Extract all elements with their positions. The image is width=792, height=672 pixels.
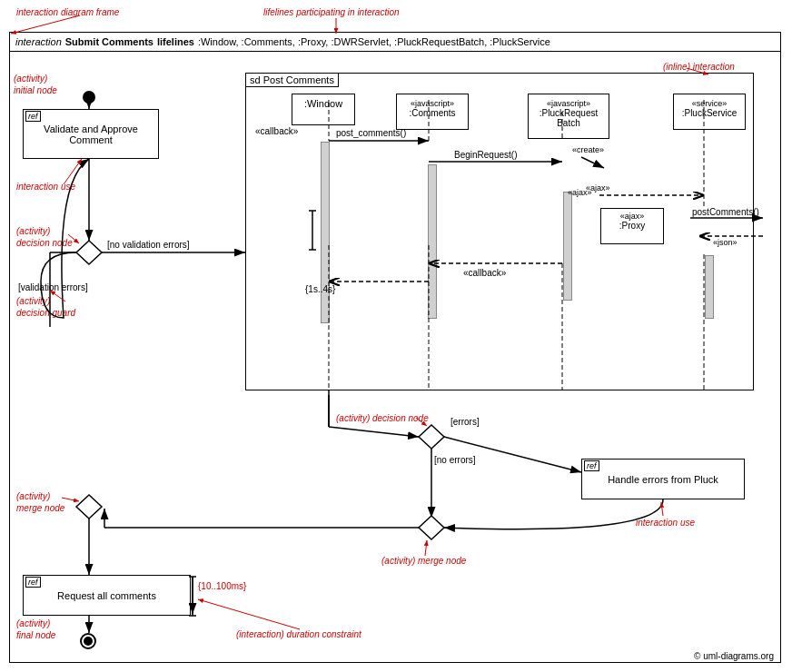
- request-ref-box: ref Request all comments: [23, 575, 191, 616]
- annot-decision-guard: (activity)decision guard: [16, 295, 75, 319]
- handle-errors-ref-box: ref Handle errors from Pluck: [581, 459, 745, 499]
- lifeline-comments-stereotype: «javascript»: [411, 99, 454, 108]
- annot-interaction-use-2: interaction use: [636, 518, 695, 528]
- activation-bar-pluck-batch: [563, 192, 572, 301]
- ref-label-errors: ref: [584, 460, 599, 471]
- sd-label: sd Post Comments: [246, 74, 339, 87]
- diagram-container: interaction Submit Comments lifelines :W…: [0, 0, 792, 672]
- proxy-box: «ajax» :Proxy: [600, 208, 664, 244]
- lifelines-keyword: lifelines: [157, 36, 194, 47]
- annot-activity-decision-node-1: (activity)decision node: [16, 225, 73, 249]
- annot-merge-node-2: (activity) merge node: [381, 556, 466, 566]
- validate-ref-text: Validate and Approve Comment: [24, 124, 158, 145]
- annot-interaction-use-1: interaction use: [16, 182, 75, 192]
- handle-errors-ref-text: Handle errors from Pluck: [608, 474, 718, 485]
- annot-inline-interaction: (inline) interaction: [663, 62, 735, 72]
- initial-node: [83, 91, 95, 104]
- annot-lifelines-participating: lifelines participating in interaction: [263, 7, 400, 17]
- lifeline-pluck-service-stereotype: «service»: [692, 99, 728, 108]
- lifeline-comments-text: :Comments: [409, 108, 455, 118]
- ref-label-validate: ref: [25, 111, 41, 122]
- lifeline-pluck-batch-text: :PluckRequestBatch: [540, 108, 598, 128]
- annot-merge-node-1: (activity)merge node: [16, 490, 64, 514]
- final-node: [80, 633, 96, 649]
- proxy-text: :Proxy: [619, 221, 645, 231]
- header-title: Submit Comments: [65, 36, 153, 47]
- activation-bar-pluck-service: [705, 255, 714, 319]
- interaction-keyword: interaction: [15, 36, 62, 47]
- lifeline-pluck-service-text: :PluckService: [682, 108, 738, 118]
- copyright: © uml-diagrams.org: [694, 651, 774, 661]
- annot-interaction-diagram-frame: interaction diagram frame: [16, 7, 119, 17]
- lifeline-window-text: :Window: [304, 98, 342, 109]
- duration-constraint-request: {10..100ms}: [198, 581, 246, 591]
- activation-bar-comments: [428, 164, 437, 319]
- final-node-inner: [84, 637, 93, 646]
- proxy-stereotype: «ajax»: [620, 212, 645, 221]
- annot-final-node: (activity)final node: [16, 618, 55, 641]
- sd-frame: sd Post Comments :Window «javascript» :C…: [245, 73, 754, 390]
- lifeline-pluck-batch-stereotype: «javascript»: [547, 99, 590, 108]
- activation-bar-window: [321, 142, 330, 323]
- lifeline-window: :Window: [292, 94, 355, 125]
- lifeline-pluck-batch: «javascript» :PluckRequestBatch: [528, 94, 609, 139]
- annot-duration-constraint: (interaction) duration constraint: [236, 629, 361, 639]
- svg-line-2: [11, 15, 80, 34]
- request-ref-text: Request all comments: [57, 590, 156, 601]
- validate-ref-box: ref Validate and Approve Comment: [23, 109, 159, 159]
- lifelines-text: :Window, :Comments, :Proxy, :DWRServlet,…: [198, 36, 550, 47]
- lifeline-comments: «javascript» :Comments: [396, 94, 469, 130]
- ref-label-request: ref: [25, 577, 41, 588]
- header-bar: interaction Submit Comments lifelines :W…: [9, 32, 781, 52]
- duration-constraint-label: {1s..4s}: [305, 284, 335, 294]
- annot-activity-decision-node-2: (activity) decision node: [336, 413, 429, 423]
- annot-initial-node: (activity)initial node: [14, 73, 57, 96]
- lifeline-pluck-service: «service» :PluckService: [673, 94, 746, 130]
